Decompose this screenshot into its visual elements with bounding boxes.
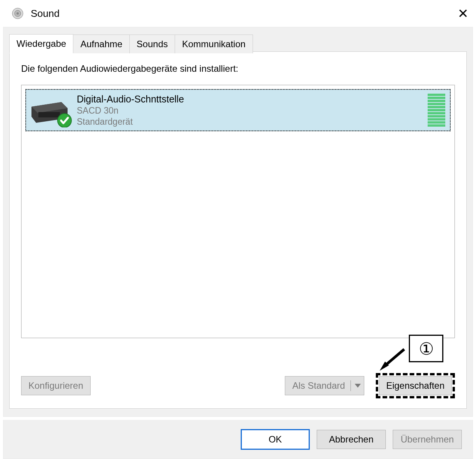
dialog-body: Wiedergabe Aufnahme Sounds Kommunikation… bbox=[3, 27, 473, 417]
device-item[interactable]: Digital-Audio-Schnttstelle SACD 30n Stan… bbox=[25, 89, 451, 131]
titlebar: Sound ✕ bbox=[0, 0, 476, 27]
chevron-down-icon bbox=[355, 384, 361, 388]
ok-button[interactable]: OK bbox=[241, 429, 310, 450]
tab-playback[interactable]: Wiedergabe bbox=[9, 34, 73, 53]
tab-communication[interactable]: Kommunikation bbox=[175, 35, 253, 53]
arrow-icon bbox=[378, 346, 409, 373]
tab-recording[interactable]: Aufnahme bbox=[73, 35, 129, 53]
set-default-label: Als Standard bbox=[292, 380, 345, 391]
tab-sounds[interactable]: Sounds bbox=[129, 35, 175, 53]
device-status: Standardgerät bbox=[77, 116, 428, 127]
playback-panel: Die folgenden Audiowiedergabegeräte sind… bbox=[9, 51, 467, 409]
window-title: Sound bbox=[31, 8, 458, 20]
apply-button[interactable]: Übernehmen bbox=[393, 430, 462, 449]
set-default-button[interactable]: Als Standard bbox=[285, 376, 364, 395]
callout-label: ① bbox=[419, 339, 434, 358]
cancel-button[interactable]: Abbrechen bbox=[317, 430, 386, 449]
callout-1: ① bbox=[409, 335, 443, 362]
speaker-icon bbox=[12, 7, 24, 20]
properties-highlight: Eigenschaften bbox=[376, 373, 455, 398]
close-icon[interactable]: ✕ bbox=[458, 7, 468, 20]
sound-window: Sound ✕ Wiedergabe Aufnahme Sounds Kommu… bbox=[0, 0, 476, 459]
configure-button[interactable]: Konfigurieren bbox=[21, 376, 91, 395]
device-text: Digital-Audio-Schnttstelle SACD 30n Stan… bbox=[75, 93, 428, 127]
properties-button[interactable]: Eigenschaften bbox=[379, 376, 452, 395]
device-list[interactable]: Digital-Audio-Schnttstelle SACD 30n Stan… bbox=[21, 85, 455, 338]
device-line2: SACD 30n bbox=[77, 105, 428, 116]
level-meter-icon bbox=[428, 94, 445, 127]
dialog-footer: OK Abbrechen Übernehmen bbox=[3, 420, 473, 459]
svg-rect-5 bbox=[38, 112, 60, 117]
panel-button-row: Konfigurieren Als Standard Eigenschaften bbox=[21, 373, 455, 398]
device-icon bbox=[29, 93, 75, 127]
svg-point-2 bbox=[17, 12, 19, 15]
device-name: Digital-Audio-Schnttstelle bbox=[77, 93, 428, 105]
tabstrip: Wiedergabe Aufnahme Sounds Kommunikation bbox=[9, 34, 253, 53]
instruction-text: Die folgenden Audiowiedergabegeräte sind… bbox=[21, 63, 455, 74]
